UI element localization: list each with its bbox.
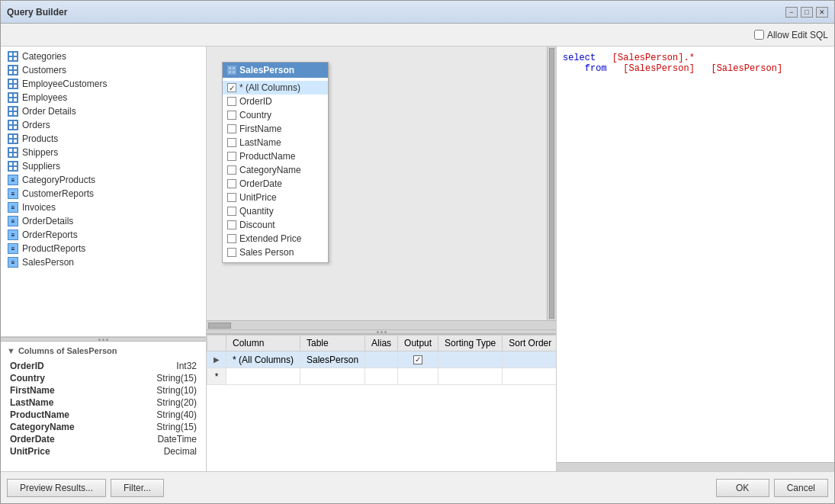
preview-results-button[interactable]: Preview Results... <box>7 479 106 497</box>
new-row-cell[interactable] <box>503 368 556 385</box>
table-list-item[interactable]: Orders <box>1 118 206 132</box>
table-list-item[interactable]: ≡ProductReports <box>1 242 206 255</box>
close-button[interactable]: ✕ <box>816 7 828 18</box>
table-list-item[interactable]: ≡OrderDetails <box>1 214 206 228</box>
scroll-thumb-v[interactable] <box>549 48 554 319</box>
sql-table-alias: [SalesPerson] <box>711 63 782 74</box>
diagram-field-row[interactable]: Quantity <box>223 204 328 218</box>
column-name: OrderID <box>10 361 44 371</box>
table-list-item[interactable]: Order Details <box>1 104 206 118</box>
column-row: ProductNameString(40) <box>4 409 203 421</box>
table-icon <box>7 78 19 90</box>
column-name: Country <box>10 373 45 384</box>
table-item-name: SalesPerson <box>22 257 74 268</box>
table-item-name: OrderReports <box>22 230 78 240</box>
table-icon <box>7 133 19 145</box>
column-type: String(10) <box>156 385 197 396</box>
sql-line2: from [SalesPerson] [SalesPerson] <box>563 63 828 74</box>
field-label: OrderDate <box>239 178 282 189</box>
new-row-cell[interactable] <box>300 368 365 385</box>
new-row-cell[interactable] <box>365 368 398 385</box>
maximize-button[interactable]: □ <box>801 7 813 18</box>
field-checkbox[interactable] <box>227 138 236 147</box>
minimize-button[interactable]: − <box>785 7 798 18</box>
window-title: Query Builder <box>7 7 67 18</box>
column-row: OrderDateDateTime <box>4 433 203 445</box>
grid-cell-output[interactable]: ✓ <box>398 352 438 368</box>
cancel-button[interactable]: Cancel <box>774 479 828 497</box>
table-icon: ≡ <box>7 215 19 227</box>
field-checkbox[interactable] <box>227 152 236 161</box>
diagram-field-row[interactable]: LastName <box>223 136 328 149</box>
field-checkbox[interactable] <box>227 234 236 243</box>
allow-edit-sql-checkbox[interactable] <box>754 30 764 40</box>
table-list-item[interactable]: Categories <box>1 50 206 63</box>
footer-right-buttons: OK Cancel <box>716 479 828 497</box>
new-row-cell[interactable] <box>438 368 503 385</box>
table-list-item[interactable]: ≡OrderReports <box>1 228 206 242</box>
grid-new-row[interactable]: * <box>207 368 557 385</box>
field-label: CategoryName <box>239 165 301 175</box>
table-list-item[interactable]: Employees <box>1 91 206 104</box>
new-row-cell[interactable] <box>398 368 438 385</box>
diagram-scrollbar-h[interactable] <box>207 320 556 329</box>
diagram-field-row[interactable]: UnitPrice <box>223 191 328 204</box>
grid-column-header: Output <box>398 335 438 352</box>
diagram-field-row[interactable]: Sales Person <box>223 246 328 259</box>
filter-button[interactable]: Filter... <box>111 479 164 497</box>
diagram-field-row[interactable]: OrderID <box>223 95 328 108</box>
field-checkbox[interactable] <box>227 220 236 230</box>
field-checkbox[interactable] <box>227 97 236 106</box>
field-checkbox[interactable]: ✓ <box>227 83 236 92</box>
sql-scrollbar-h[interactable] <box>557 462 834 471</box>
table-list-item[interactable]: Customers <box>1 63 206 77</box>
grid-cell-sort-order <box>503 352 556 368</box>
table-list-item[interactable]: Suppliers <box>1 159 206 173</box>
diagram-scrollbar-v[interactable] <box>547 47 556 320</box>
right-panel: select [SalesPerson].* from [SalesPerson… <box>556 47 834 471</box>
diagram-field-row[interactable]: FirstName <box>223 122 328 136</box>
sql-from-keyword: from <box>585 63 607 74</box>
table-list[interactable]: CategoriesCustomersEmployeeCustomersEmpl… <box>1 47 206 337</box>
center-panel: SalesPerson ✓* (All Columns)OrderIDCount… <box>207 47 556 471</box>
grid-column-header: Alias <box>365 335 398 352</box>
diagram-area[interactable]: SalesPerson ✓* (All Columns)OrderIDCount… <box>207 47 547 320</box>
table-header-icon <box>227 66 236 75</box>
diagram-field-row[interactable]: Extended Price <box>223 232 328 246</box>
diagram-field-row[interactable]: OrderDate <box>223 177 328 191</box>
scroll-thumb-h[interactable] <box>208 323 231 329</box>
table-item-name: ProductReports <box>22 243 85 254</box>
table-list-item[interactable]: ≡CustomerReports <box>1 187 206 201</box>
table-list-item[interactable]: Products <box>1 132 206 146</box>
field-checkbox[interactable] <box>227 124 236 133</box>
field-checkbox[interactable] <box>227 207 236 216</box>
output-checkbox[interactable]: ✓ <box>413 355 422 364</box>
diagram-field-row[interactable]: ProductName <box>223 149 328 163</box>
table-icon <box>7 105 19 117</box>
sql-editor[interactable]: select [SalesPerson].* from [SalesPerson… <box>557 47 834 462</box>
table-item-name: Invoices <box>22 202 56 213</box>
table-list-item[interactable]: ≡Invoices <box>1 201 206 214</box>
table-item-name: CustomerReports <box>22 188 94 199</box>
table-list-item[interactable]: ≡SalesPerson <box>1 255 206 269</box>
grid-row[interactable]: ▶* (All Columns)SalesPerson✓ <box>207 352 557 368</box>
new-row-cell[interactable] <box>226 368 300 385</box>
diagram-field-row[interactable]: CategoryName <box>223 163 328 177</box>
table-icon: ≡ <box>7 188 19 200</box>
diagram-field-row[interactable]: Country <box>223 108 328 122</box>
field-checkbox[interactable] <box>227 193 236 202</box>
field-checkbox[interactable] <box>227 248 236 257</box>
table-list-item[interactable]: Shippers <box>1 146 206 159</box>
collapse-arrow[interactable]: ▼ <box>7 346 15 355</box>
field-checkbox[interactable] <box>227 179 236 188</box>
table-item-name: Order Details <box>22 106 76 117</box>
field-checkbox[interactable] <box>227 165 236 175</box>
diagram-field-row[interactable]: Discount <box>223 218 328 232</box>
table-icon <box>7 50 19 63</box>
ok-button[interactable]: OK <box>716 479 769 497</box>
table-list-item[interactable]: EmployeeCustomers <box>1 77 206 91</box>
diagram-field-row[interactable]: ✓* (All Columns) <box>223 81 328 95</box>
field-checkbox[interactable] <box>227 111 236 120</box>
table-list-item[interactable]: ≡CategoryProducts <box>1 173 206 187</box>
column-name: FirstName <box>10 385 55 396</box>
